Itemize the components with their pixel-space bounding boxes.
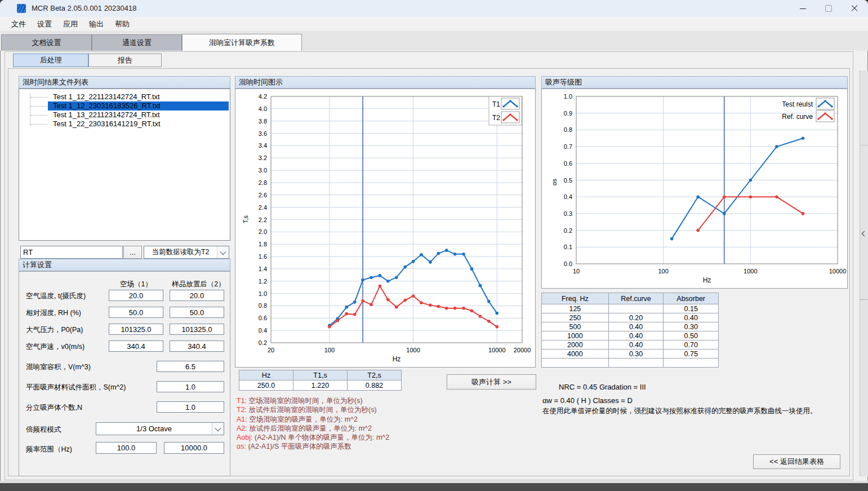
rt-chart[interactable]: 0.20.40.60.81.01.21.41.61.82.02.22.42.62…	[235, 89, 536, 368]
tree-connector	[30, 124, 47, 125]
collapse-left-icon	[862, 231, 867, 237]
absorb-calc-button[interactable]: 吸声计算 >>	[447, 374, 536, 390]
svg-text:0.1: 0.1	[564, 244, 572, 250]
column-header: T1,s	[293, 370, 348, 381]
file-name: Test 1_13_221123142724_RT.txt	[53, 110, 228, 120]
table-cell	[664, 359, 719, 368]
svg-text:3.8: 3.8	[259, 118, 267, 125]
octave-mode-dropdown[interactable]: 1/3 Octave	[96, 422, 224, 435]
calc-field[interactable]	[170, 340, 224, 352]
svg-text:10000: 10000	[829, 268, 847, 275]
tab-2[interactable]: 通道设置	[92, 34, 182, 51]
table-cell: 1.220	[293, 381, 348, 391]
svg-text:Test reulst: Test reulst	[782, 100, 813, 108]
file-list-item[interactable]: Test 1_22_230316141219_RT.txt	[19, 120, 230, 129]
svg-text:3.6: 3.6	[259, 130, 267, 137]
table-row: 2500.200.40	[542, 313, 719, 322]
octave-dropdown-button[interactable]	[212, 423, 224, 435]
svg-text:0.7: 0.7	[564, 143, 572, 150]
rt-chart: 0.20.40.60.81.01.21.41.61.82.02.22.42.62…	[235, 89, 535, 367]
note-prefix: A1:	[237, 415, 249, 423]
table-cell: 0.40	[608, 331, 664, 340]
svg-text:αs: αs	[551, 179, 558, 185]
calc-row-label: 大气压力，P0(Pa)	[26, 325, 83, 335]
close-button[interactable]	[842, 0, 867, 17]
window-title: MCR Beta 2.05.0.001 20230418	[32, 4, 136, 12]
calc-field[interactable]	[109, 340, 163, 352]
menu-item[interactable]: 应用	[57, 17, 83, 31]
tab-3[interactable]: 混响室计算吸声系数	[182, 34, 302, 51]
calc-field[interactable]	[170, 290, 224, 301]
octave-mode-value: 1/3 Octave	[96, 424, 212, 433]
table-row: 20000.400.70	[542, 340, 719, 350]
svg-text:Hz: Hz	[703, 276, 711, 284]
svg-text:0.8: 0.8	[259, 302, 267, 309]
legend-notes: T1: 空场混响室的混响时间，单位为秒(s)T2: 放试件后混响室的混响时间，单…	[237, 396, 389, 452]
subtab-2[interactable]: 报告	[88, 54, 162, 67]
svg-text:3.2: 3.2	[259, 154, 267, 161]
calc-field[interactable]	[157, 401, 224, 413]
tab-1[interactable]: 文档设置	[1, 34, 92, 51]
file-list-item[interactable]: Test 1_12_221123142724_RT.txt	[19, 92, 230, 101]
calc-field[interactable]	[109, 324, 163, 335]
menu-item[interactable]: 帮助	[109, 17, 135, 31]
column-header: T2,s	[348, 370, 402, 381]
data-mode-dropdown-button[interactable]	[217, 246, 229, 258]
note-line: αs: (A2-A1)/S 平面吸声体的吸声系数	[237, 442, 389, 451]
browse-button[interactable]: ...	[123, 246, 142, 259]
back-to-results-button[interactable]: << 返回结果表格	[753, 454, 840, 469]
rt-cursor-table: HzT1,sT2,s250.01.2200.882	[239, 370, 402, 391]
calc-field[interactable]	[157, 381, 224, 392]
menu-item[interactable]: 文件	[6, 17, 32, 31]
svg-text:2.2: 2.2	[259, 216, 267, 223]
svg-text:T,s: T,s	[242, 215, 249, 223]
svg-text:2.6: 2.6	[259, 192, 267, 198]
table-cell	[608, 304, 664, 313]
svg-text:2.4: 2.4	[259, 204, 267, 211]
note-prefix: Aobj:	[237, 434, 255, 441]
table-cell: 0.70	[664, 340, 719, 350]
svg-text:1.8: 1.8	[259, 241, 267, 247]
data-mode-dropdown[interactable]: 当前数据读取为T2	[144, 246, 229, 259]
file-list-item[interactable]: Test 1_13_221123142724_RT.txt	[19, 110, 230, 120]
note-line: A2: 放试件后混响室的吸声量，单位为: m^2	[237, 424, 389, 433]
absorption-chart[interactable]: 0.00.10.20.30.40.50.60.70.80.91.01010010…	[541, 89, 848, 289]
calc-field[interactable]	[157, 361, 224, 372]
svg-text:Hz: Hz	[393, 355, 401, 363]
menu-item[interactable]: 设置	[32, 17, 57, 31]
svg-text:1.0: 1.0	[259, 290, 267, 297]
file-list: Test 1_12_221123142724_RT.txtTest 1_12_2…	[19, 89, 230, 241]
rt-input[interactable]	[20, 246, 123, 259]
freq-max-input[interactable]	[164, 442, 224, 454]
calc-field[interactable]	[170, 307, 224, 318]
nrc-result-text: NRC = 0.45 Gradation = III	[559, 383, 646, 391]
maximize-button[interactable]	[816, 0, 842, 17]
svg-text:10000: 10000	[488, 347, 506, 353]
chevron-down-icon	[215, 424, 221, 431]
abs-chart-panel-title: 吸声等级图	[545, 77, 582, 87]
abs-chart: 0.00.10.20.30.40.50.60.70.80.91.01010010…	[542, 89, 847, 288]
column-header: Ref.curve	[608, 293, 664, 304]
svg-text:0.5: 0.5	[564, 177, 572, 184]
subtab-1[interactable]: 后处理	[13, 54, 88, 67]
octave-mode-label: 倍频程模式	[26, 425, 61, 435]
freq-min-input[interactable]	[96, 442, 157, 454]
svg-text:0.2: 0.2	[564, 227, 572, 234]
calc-field[interactable]	[170, 324, 224, 335]
calc-field[interactable]	[109, 290, 163, 301]
collapse-panel-handle[interactable]	[860, 70, 868, 476]
note-text: 空场混响室的吸声量，单位为: m^2	[249, 415, 358, 423]
calc-field[interactable]	[109, 307, 163, 318]
rt-chart-panel-header: 混响时间图示	[235, 76, 536, 89]
menu-item[interactable]: 输出	[83, 17, 109, 31]
note-text: 空场混响室的混响时间，单位为秒(s)	[249, 397, 363, 405]
file-list-item[interactable]: Test 1_12_230316183526_RT.txt	[19, 101, 230, 110]
svg-text:0.2: 0.2	[259, 339, 267, 346]
note-prefix: T1:	[237, 397, 249, 405]
svg-text:3.4: 3.4	[259, 142, 267, 149]
minimize-button[interactable]	[790, 0, 816, 17]
table-cell: 1000	[542, 331, 609, 340]
svg-text:2.8: 2.8	[259, 179, 267, 186]
table-row: 10000.400.50	[542, 331, 719, 340]
table-row: 250.01.2200.882	[239, 381, 402, 391]
